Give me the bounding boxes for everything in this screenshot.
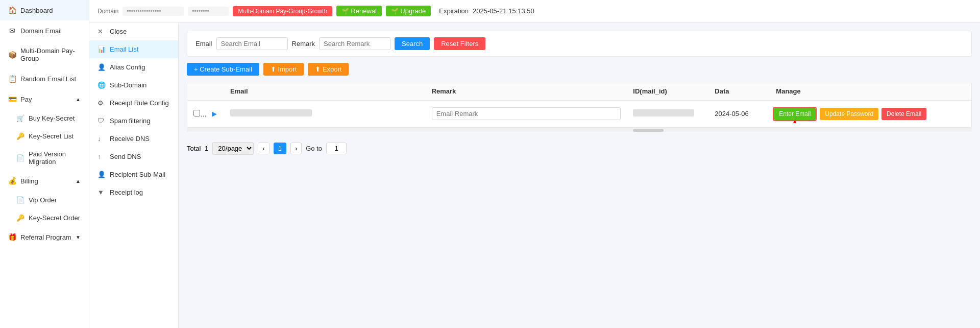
pay-group-badge[interactable]: Multi-Domain Pay-Group-Growth	[233, 6, 332, 16]
sidebar-item-label: Multi-Domain Pay-Group	[20, 47, 81, 62]
goto-label: Go to	[306, 145, 322, 152]
scroll-thumb[interactable]	[633, 129, 664, 132]
sidebar-item-referral[interactable]: 🎁 Referral Program ▼	[0, 227, 89, 247]
recipient-icon: 👤	[97, 171, 106, 178]
nav-spam-filter[interactable]: 🛡 Spam filtering	[89, 112, 178, 130]
upgrade-badge[interactable]: 🌱 Upgrade	[386, 6, 431, 16]
row-expand[interactable]: ▶	[206, 106, 224, 122]
row-remark[interactable]	[426, 103, 627, 124]
page-size-select[interactable]: 20/page	[212, 142, 254, 155]
nav-item-label: Sub-Domain	[110, 81, 146, 89]
sidebar-item-domain-email[interactable]: ✉ Domain Email	[0, 20, 89, 41]
nav-alias-config[interactable]: 👤 Alias Config	[89, 58, 178, 76]
sidebar-item-multi-domain[interactable]: 📦 Multi-Domain Pay-Group	[0, 41, 89, 68]
email-search-input[interactable]	[216, 37, 288, 50]
row-checkbox-input[interactable]	[193, 110, 200, 116]
sidebar-item-label: Domain Email	[20, 27, 62, 35]
col-id: ID(mail_id)	[627, 82, 708, 100]
sidebar-item-label: Paid Version Migration	[29, 150, 81, 166]
sidebar-item-dashboard[interactable]: 🏠 Dashboard	[0, 0, 89, 20]
spam-icon: 🛡	[97, 117, 106, 125]
sidebar-item-billing[interactable]: 💰 Billing ▲	[0, 171, 89, 191]
enter-email-button[interactable]: Enter Email	[774, 108, 816, 120]
nav-item-label: Spam filtering	[110, 117, 150, 125]
delete-email-button[interactable]: Delete Email	[881, 108, 926, 120]
sidebar-item-buy-key[interactable]: 🛒 Buy Key-Secret	[0, 109, 89, 127]
receipt-log-icon: ▼	[97, 189, 106, 196]
sidebar-item-key-order[interactable]: 🔑 Key-Secret Order	[0, 209, 89, 227]
nav-item-label: Receipt log	[110, 189, 143, 196]
chart-icon: 📊	[97, 45, 106, 53]
nav-send-dns[interactable]: ↑ Send DNS	[89, 148, 178, 166]
prev-page-button[interactable]: ‹	[258, 143, 269, 154]
nav-item-label: Alias Config	[110, 63, 145, 71]
sidebar-item-random-email[interactable]: 📋 Random Email List	[0, 68, 89, 89]
nav-close[interactable]: ✕ Close	[89, 22, 178, 40]
dashboard-icon: 🏠	[8, 6, 16, 14]
update-password-button[interactable]: Update Password	[820, 108, 878, 120]
expiration-label: Expiration	[439, 7, 469, 15]
col-remark: Remark	[426, 82, 627, 100]
sidebar-item-key-list[interactable]: 🔑 Key-Secret List	[0, 127, 89, 145]
search-button[interactable]: Search	[395, 37, 430, 50]
nav-receipt-log[interactable]: ▼ Receipt log	[89, 183, 178, 201]
main-area: Domain •••••••••••••••• •••••••• Multi-D…	[89, 0, 980, 328]
email-blurred	[230, 109, 312, 116]
key-list-icon: 🔑	[16, 132, 24, 140]
remark-input[interactable]	[432, 107, 621, 120]
sidebar-item-label: Vip Order	[29, 196, 57, 204]
email-icon: ✉	[8, 27, 16, 35]
nav-email-list[interactable]: 📊 Email List	[89, 40, 178, 58]
main-content: Email Remark Search Reset Filters + Crea…	[179, 22, 980, 328]
col-data: Data	[708, 82, 770, 100]
row-checkbox[interactable]	[187, 106, 206, 122]
nav-item-label: Close	[110, 28, 127, 35]
nav-receipt-rule[interactable]: ⚙ Receipt Rule Config	[89, 94, 178, 112]
renewal-badge[interactable]: 🌱 Renewal	[336, 6, 382, 16]
topbar: Domain •••••••••••••••• •••••••• Multi-D…	[89, 0, 980, 22]
domain-value: ••••••••••••••••	[122, 7, 184, 16]
action-bar: + Create Sub-Email ⬆ Import ⬆ Export	[187, 63, 972, 76]
row-email	[224, 105, 426, 122]
nav-item-label: Receive DNS	[110, 135, 150, 143]
scroll-indicator	[187, 128, 972, 132]
nav-item-label: Send DNS	[110, 153, 141, 160]
side-nav: ✕ Close 📊 Email List 👤 Alias Config 🌐 Su…	[89, 22, 179, 328]
sidebar-item-migration[interactable]: 📄 Paid Version Migration	[0, 145, 89, 171]
sidebar-item-vip-order[interactable]: 📄 Vip Order	[0, 191, 89, 209]
nav-sub-domain[interactable]: 🌐 Sub-Domain	[89, 76, 178, 94]
import-button[interactable]: ⬆ Import	[263, 63, 304, 76]
vip-order-icon: 📄	[16, 196, 24, 204]
export-button[interactable]: ⬆ Export	[308, 63, 349, 76]
row-manage: Enter Email	[770, 105, 971, 123]
expiration-value: 2025-05-21 15:13:50	[473, 7, 534, 15]
nav-item-label: Recipient Sub-Mail	[110, 171, 165, 178]
buy-key-icon: 🛒	[16, 114, 24, 122]
close-icon: ✕	[97, 28, 106, 35]
nav-recipient-submail[interactable]: 👤 Recipient Sub-Mail	[89, 166, 178, 183]
sidebar-item-label: Key-Secret List	[29, 132, 74, 140]
next-page-button[interactable]: ›	[290, 143, 302, 154]
chevron-up-icon: ▲	[76, 97, 81, 102]
nav-item-label: Receipt Rule Config	[110, 99, 169, 107]
sidebar-item-pay[interactable]: 💳 Pay ▲	[0, 89, 89, 109]
sidebar-item-label: Dashboard	[20, 7, 53, 14]
id-blurred	[633, 109, 694, 116]
sidebar-item-label: Pay	[20, 96, 32, 103]
referral-icon: 🎁	[8, 233, 16, 241]
sidebar-item-label: Key-Secret Order	[29, 214, 80, 222]
receive-dns-icon: ↓	[97, 135, 106, 143]
goto-input[interactable]	[326, 143, 347, 154]
reset-filters-button[interactable]: Reset Filters	[434, 37, 485, 50]
page-1-button[interactable]: 1	[274, 143, 286, 154]
table-header: Email Remark ID(mail_id) Data Manage	[187, 82, 971, 101]
email-table: Email Remark ID(mail_id) Data Manage ▶	[187, 82, 972, 128]
nav-receive-dns[interactable]: ↓ Receive DNS	[89, 130, 178, 148]
send-dns-icon: ↑	[97, 153, 106, 160]
migration-icon: 📄	[16, 154, 24, 162]
domain-label: Domain	[97, 8, 118, 15]
key-order-icon: 🔑	[16, 214, 24, 222]
remark-search-input[interactable]	[319, 37, 390, 50]
col-expand	[206, 82, 224, 100]
create-sub-email-button[interactable]: + Create Sub-Email	[187, 63, 259, 76]
